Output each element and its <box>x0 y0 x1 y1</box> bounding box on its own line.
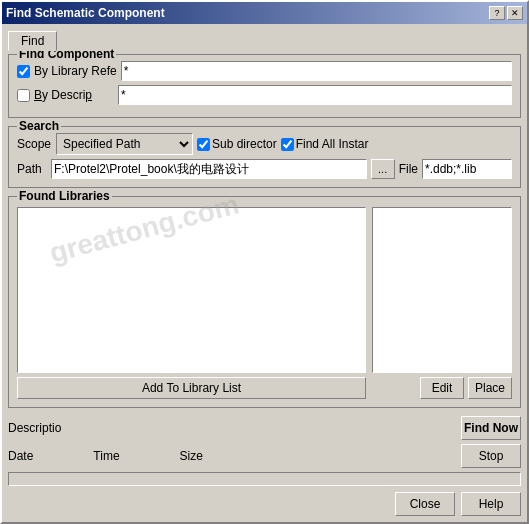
edit-button[interactable]: Edit <box>420 377 464 399</box>
find-all-instances-checkbox[interactable] <box>281 138 294 151</box>
sub-directories-label: Sub director <box>212 137 277 151</box>
search-label: Search <box>17 119 61 133</box>
path-label: Path <box>17 162 47 176</box>
find-all-instances-label: Find All Instar <box>296 137 369 151</box>
title-bar: Find Schematic Component ? ✕ <box>2 2 527 24</box>
libs-detail-panel: Edit Place <box>372 207 512 399</box>
date-time-cols: Date Time Size <box>8 449 203 463</box>
add-to-library-button[interactable]: Add To Library List <box>17 377 366 399</box>
path-input[interactable] <box>51 159 367 179</box>
by-descrip-label: By Descrip <box>34 88 114 102</box>
find-component-group: Find Component By Library Refe By Descri… <box>8 54 521 118</box>
sub-directories-row: Sub director <box>197 137 277 151</box>
libs-list-panel: Add To Library List <box>17 207 366 399</box>
file-label: File <box>399 162 418 176</box>
libs-list-box <box>17 207 366 373</box>
close-help-row: Close Help <box>8 492 521 516</box>
by-library-ref-checkbox[interactable] <box>17 65 30 78</box>
window-title: Find Schematic Component <box>6 6 165 20</box>
main-window: Find Schematic Component ? ✕ Find Find C… <box>0 0 529 524</box>
window-content: Find Find Component By Library Refe By D… <box>2 24 527 522</box>
stop-button[interactable]: Stop <box>461 444 521 468</box>
found-libraries-group: Found Libraries greattong.com Add To Lib… <box>8 196 521 408</box>
desc-find-row: Descriptio Find Now <box>8 416 521 440</box>
search-row1: Scope Specified Path Current Document Al… <box>17 133 512 155</box>
close-button[interactable]: Close <box>395 492 455 516</box>
by-library-ref-row: By Library Refe <box>17 61 512 81</box>
search-row2: Path ... File <box>17 159 512 179</box>
found-libraries-label: Found Libraries <box>17 189 112 203</box>
find-now-button[interactable]: Find Now <box>461 416 521 440</box>
date-stop-row: Date Time Size Stop <box>8 444 521 468</box>
tab-find[interactable]: Find <box>8 31 57 51</box>
by-descrip-row: By Descrip <box>17 85 512 105</box>
scope-dropdown[interactable]: Specified Path Current Document All Open… <box>56 133 193 155</box>
place-button[interactable]: Place <box>468 377 512 399</box>
sub-directories-checkbox[interactable] <box>197 138 210 151</box>
found-libraries-inner: greattong.com Add To Library List Edit P… <box>17 203 512 399</box>
close-title-button[interactable]: ✕ <box>507 6 523 20</box>
browse-button[interactable]: ... <box>371 159 395 179</box>
bottom-area: Descriptio Find Now Date Time Size Stop … <box>8 416 521 516</box>
description-label: Descriptio <box>8 421 78 435</box>
date-label: Date <box>8 449 33 463</box>
by-library-ref-input[interactable] <box>121 61 512 81</box>
by-descrip-checkbox[interactable] <box>17 89 30 102</box>
scope-label: Scope <box>17 137 52 151</box>
edit-place-row: Edit Place <box>372 377 512 399</box>
file-input[interactable] <box>422 159 512 179</box>
progress-bar <box>8 472 521 486</box>
help-title-button[interactable]: ? <box>489 6 505 20</box>
time-label: Time <box>93 449 119 463</box>
find-all-instances-row: Find All Instar <box>281 137 369 151</box>
search-group: Search Scope Specified Path Current Docu… <box>8 126 521 188</box>
size-label: Size <box>180 449 203 463</box>
libs-detail-box <box>372 207 512 373</box>
by-library-ref-label: By Library Refe <box>34 64 117 78</box>
by-descrip-input[interactable] <box>118 85 512 105</box>
title-bar-buttons: ? ✕ <box>489 6 523 20</box>
help-button[interactable]: Help <box>461 492 521 516</box>
